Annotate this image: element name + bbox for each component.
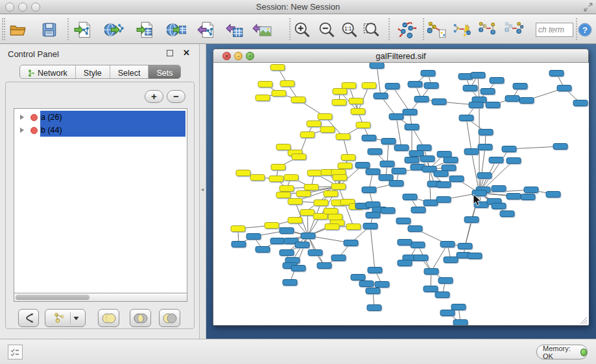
graph-node-blue[interactable] — [438, 278, 453, 284]
graph-node-blue[interactable] — [486, 102, 500, 108]
graph-node-blue[interactable] — [374, 93, 388, 99]
graph-node-blue[interactable] — [471, 73, 485, 78]
graph-node-blue[interactable] — [435, 292, 449, 298]
graph-node-blue[interactable] — [375, 282, 389, 288]
graph-node-blue[interactable] — [379, 175, 393, 181]
graph-edge[interactable] — [478, 75, 479, 100]
graph-node-blue[interactable] — [458, 244, 472, 249]
graph-node-blue[interactable] — [524, 187, 538, 193]
graph-node-blue[interactable] — [246, 234, 261, 240]
graph-node-blue[interactable] — [434, 171, 448, 177]
graph-node-blue[interactable] — [367, 305, 381, 311]
graph-node-blue[interactable] — [468, 253, 482, 259]
intersection-button[interactable] — [130, 309, 151, 327]
graph-node-yellow[interactable] — [280, 81, 294, 87]
graph-node-blue[interactable] — [453, 320, 468, 326]
graph-node-blue[interactable] — [411, 242, 425, 248]
close-panel-icon[interactable]: ✕ — [183, 48, 190, 58]
tab-network[interactable]: Network — [20, 65, 76, 78]
graph-node-blue[interactable] — [408, 82, 422, 87]
create-set-from-network-button[interactable] — [45, 309, 86, 327]
hide-selected-icon[interactable] — [477, 19, 499, 41]
graph-node-blue[interactable] — [308, 250, 322, 256]
add-set-button[interactable]: + — [145, 90, 163, 103]
graph-node-yellow[interactable] — [349, 98, 363, 104]
graph-node-blue[interactable] — [553, 144, 567, 150]
graph-node-yellow[interactable] — [292, 154, 306, 160]
graph-node-yellow[interactable] — [276, 144, 291, 150]
fullscreen-icon[interactable] — [583, 2, 593, 12]
graph-node-yellow[interactable] — [351, 109, 365, 115]
import-network-web-icon[interactable] — [103, 19, 125, 41]
graph-edge[interactable] — [387, 141, 388, 164]
graph-node-yellow[interactable] — [270, 65, 285, 71]
graph-node-yellow[interactable] — [288, 199, 302, 205]
sets-list[interactable]: a (26) b (44) — [14, 108, 187, 293]
graph-node-yellow[interactable] — [324, 209, 338, 214]
graph-node-blue[interactable] — [513, 84, 527, 89]
graph-node-blue[interactable] — [411, 207, 425, 213]
graph-edge[interactable] — [377, 65, 381, 96]
graph-node-blue[interactable] — [362, 135, 376, 141]
graph-node-blue[interactable] — [477, 173, 492, 179]
scrollbar-thumb[interactable] — [16, 295, 89, 300]
graph-node-yellow[interactable] — [300, 210, 315, 216]
graph-node-blue[interactable] — [396, 218, 411, 224]
graph-edge[interactable] — [307, 212, 308, 236]
graph-node-yellow[interactable] — [288, 218, 302, 223]
graph-node-blue[interactable] — [370, 63, 384, 69]
graph-node-blue[interactable] — [459, 115, 473, 121]
graph-node-blue[interactable] — [355, 163, 370, 168]
graph-node-blue[interactable] — [573, 100, 588, 106]
graph-node-yellow[interactable] — [307, 170, 322, 176]
graph-node-blue[interactable] — [405, 157, 419, 163]
help-icon[interactable]: ? — [574, 19, 596, 41]
graph-node-blue[interactable] — [479, 130, 493, 135]
export-table-icon[interactable] — [224, 19, 246, 41]
graph-node-yellow[interactable] — [332, 100, 346, 106]
expand-arrow-icon[interactable] — [20, 115, 24, 120]
graph-node-blue[interactable] — [380, 161, 394, 167]
graph-node-yellow[interactable] — [333, 175, 347, 181]
network-canvas[interactable] — [214, 63, 589, 325]
graph-node-yellow[interactable] — [325, 224, 339, 230]
graph-node-blue[interactable] — [394, 145, 409, 151]
graph-node-blue[interactable] — [398, 260, 412, 266]
apply-layout-icon[interactable] — [396, 19, 418, 41]
import-table-web-icon[interactable] — [165, 19, 187, 41]
graph-node-yellow[interactable] — [250, 175, 265, 181]
graph-node-blue[interactable] — [423, 286, 438, 292]
graph-node-blue[interactable] — [500, 211, 514, 217]
graph-node-blue[interactable] — [280, 228, 294, 234]
tab-sets[interactable]: Sets — [149, 65, 180, 78]
graph-node-yellow[interactable] — [265, 223, 279, 229]
graph-node-yellow[interactable] — [231, 226, 245, 232]
memory-status-button[interactable]: Memory: OK — [536, 345, 588, 359]
zoom-fit-icon[interactable] — [361, 19, 383, 41]
graph-edge[interactable] — [509, 146, 560, 149]
graph-edge[interactable] — [392, 86, 410, 112]
graph-edge[interactable] — [466, 118, 471, 152]
network-graph[interactable] — [214, 63, 589, 325]
graph-node-blue[interactable] — [331, 255, 346, 261]
graph-node-blue[interactable] — [291, 266, 305, 271]
graph-node-yellow[interactable] — [258, 82, 272, 87]
graph-node-yellow[interactable] — [291, 97, 305, 103]
set-row-b[interactable]: b (44) — [14, 124, 187, 137]
graph-node-blue[interactable] — [344, 240, 358, 246]
graph-node-yellow[interactable] — [236, 170, 250, 176]
graph-node-blue[interactable] — [392, 168, 406, 174]
graph-node-blue[interactable] — [381, 208, 395, 214]
graph-node-blue[interactable] — [440, 242, 455, 247]
graph-edge[interactable] — [370, 226, 375, 270]
graph-node-yellow[interactable] — [276, 192, 291, 198]
graph-node-blue[interactable] — [389, 114, 403, 120]
horizontal-scrollbar[interactable] — [14, 293, 187, 302]
graph-node-yellow[interactable] — [356, 122, 370, 128]
graph-node-blue[interactable] — [421, 71, 435, 76]
graph-node-blue[interactable] — [368, 267, 382, 273]
graph-node-blue[interactable] — [408, 226, 422, 232]
zoom-in-icon[interactable] — [291, 19, 313, 41]
graph-node-blue[interactable] — [366, 288, 380, 294]
graph-node-blue[interactable] — [366, 169, 380, 175]
